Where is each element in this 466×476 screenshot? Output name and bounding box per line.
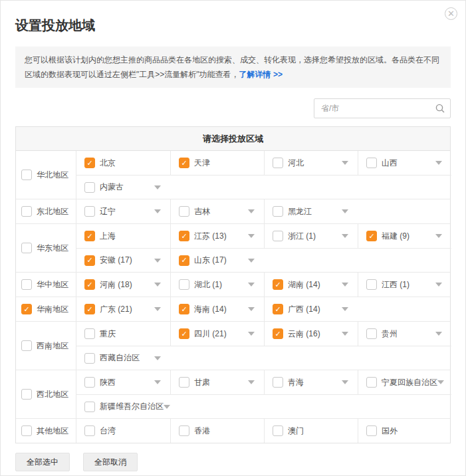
province-label: 台湾	[100, 425, 116, 437]
province-lines: 陕西甘肃青海宁夏回族自治区新疆维吾尔自治区	[76, 370, 451, 418]
province-cell: 贵州	[358, 322, 451, 346]
province-checkbox[interactable]	[84, 377, 95, 388]
province-checkbox[interactable]: ✓	[84, 158, 95, 168]
region-checkbox[interactable]	[21, 243, 32, 253]
province-checkbox[interactable]	[273, 206, 283, 217]
province-label: 湖北 (1)	[194, 279, 222, 291]
province-checkbox[interactable]: ✓	[179, 158, 189, 168]
province-checkbox[interactable]: ✓	[84, 279, 95, 290]
chevron-down-icon[interactable]	[248, 283, 255, 287]
chevron-down-icon[interactable]	[435, 332, 442, 336]
region-row: 西北地区陕西甘肃青海宁夏回族自治区新疆维吾尔自治区	[16, 370, 450, 419]
region-row: 华东地区✓上海✓江苏 (13)浙江 (1)✓福建 (9)✓安徽 (17)✓山东 …	[16, 224, 450, 273]
province-cell: 河北	[264, 151, 358, 175]
province-checkbox[interactable]	[179, 425, 189, 436]
chevron-down-icon[interactable]	[342, 209, 348, 213]
chevron-down-icon[interactable]	[154, 185, 161, 189]
province-cell: 澳门	[264, 419, 358, 443]
region-row: 华北地区✓北京✓天津河北山西内蒙古	[16, 151, 450, 199]
region-checkbox[interactable]	[21, 206, 32, 217]
learn-more-link[interactable]: 了解详情 >>	[239, 70, 283, 79]
province-label: 河南 (18)	[100, 279, 132, 291]
region-cell: 华中地区	[16, 273, 76, 297]
province-checkbox[interactable]	[366, 377, 377, 388]
select-all-button[interactable]: 全部选中	[15, 453, 70, 471]
search-icon[interactable]	[435, 104, 445, 113]
province-checkbox[interactable]	[366, 279, 377, 290]
chevron-down-icon[interactable]	[248, 380, 255, 384]
province-cell: ✓四川 (21)	[170, 322, 264, 346]
region-rows: 华北地区✓北京✓天津河北山西内蒙古东北地区辽宁吉林黑龙江华东地区✓上海✓江苏 (…	[16, 151, 450, 443]
province-checkbox[interactable]	[366, 328, 377, 339]
chevron-down-icon[interactable]	[248, 234, 255, 238]
chevron-down-icon[interactable]	[342, 380, 348, 384]
chevron-down-icon[interactable]	[154, 259, 161, 263]
province-checkbox[interactable]	[84, 402, 95, 412]
province-checkbox[interactable]	[84, 182, 95, 193]
chevron-down-icon[interactable]	[154, 356, 161, 360]
empty-cell	[264, 249, 451, 272]
province-checkbox[interactable]: ✓	[84, 255, 95, 266]
province-label: 内蒙古	[100, 181, 124, 193]
province-lines: 重庆✓四川 (21)✓云南 (16)贵州西藏自治区	[76, 322, 451, 370]
province-checkbox[interactable]: ✓	[366, 231, 377, 241]
chevron-down-icon[interactable]	[342, 234, 348, 238]
region-cell: 华北地区	[16, 151, 76, 199]
province-cell: ✓安徽 (17)	[76, 249, 170, 272]
region-checkbox[interactable]: ✓	[21, 304, 32, 314]
chevron-down-icon[interactable]	[435, 161, 442, 165]
province-checkbox[interactable]	[84, 206, 95, 217]
province-checkbox[interactable]: ✓	[273, 304, 283, 314]
province-checkbox[interactable]: ✓	[179, 231, 189, 241]
chevron-down-icon[interactable]	[342, 332, 348, 336]
province-checkbox[interactable]	[179, 206, 189, 217]
region-checkbox[interactable]	[21, 340, 32, 351]
province-checkbox[interactable]: ✓	[273, 328, 283, 339]
province-checkbox[interactable]	[179, 279, 189, 290]
province-checkbox[interactable]: ✓	[273, 279, 283, 290]
province-checkbox[interactable]	[366, 158, 377, 168]
province-checkbox[interactable]	[179, 377, 189, 388]
province-checkbox[interactable]	[273, 377, 283, 388]
chevron-down-icon[interactable]	[342, 307, 348, 311]
chevron-down-icon[interactable]	[437, 380, 444, 384]
region-checkbox[interactable]	[21, 170, 32, 180]
chevron-down-icon[interactable]	[248, 332, 255, 336]
province-checkbox[interactable]: ✓	[179, 255, 189, 266]
region-checkbox[interactable]	[21, 425, 32, 436]
chevron-down-icon[interactable]	[164, 405, 170, 409]
province-checkbox[interactable]: ✓	[179, 328, 189, 339]
close-icon[interactable]: ✕	[445, 7, 457, 20]
province-cell: ✓天津	[170, 151, 264, 175]
province-checkbox[interactable]	[273, 158, 283, 168]
province-checkbox[interactable]: ✓	[84, 304, 95, 314]
chevron-down-icon[interactable]	[342, 283, 348, 287]
chevron-down-icon[interactable]	[248, 209, 255, 213]
region-checkbox[interactable]	[21, 279, 32, 290]
chevron-down-icon[interactable]	[154, 209, 161, 213]
chevron-down-icon[interactable]	[435, 283, 442, 287]
chevron-down-icon[interactable]	[154, 380, 161, 384]
province-checkbox[interactable]	[84, 425, 95, 436]
chevron-down-icon[interactable]	[154, 307, 161, 311]
province-line: 台湾香港澳门国外	[76, 419, 451, 443]
chevron-down-icon[interactable]	[435, 234, 442, 238]
province-checkbox[interactable]: ✓	[179, 304, 189, 314]
chevron-down-icon[interactable]	[342, 161, 348, 165]
province-city-search-input[interactable]	[314, 98, 451, 118]
province-cell: 宁夏回族自治区	[358, 370, 451, 394]
province-cell: 浙江 (1)	[264, 224, 358, 248]
province-checkbox[interactable]	[273, 231, 283, 241]
region-row: 东北地区辽宁吉林黑龙江	[16, 199, 450, 224]
province-checkbox[interactable]	[84, 353, 95, 364]
deselect-all-button[interactable]: 全部取消	[83, 453, 138, 471]
chevron-down-icon[interactable]	[248, 259, 255, 263]
chevron-down-icon[interactable]	[154, 283, 161, 287]
province-checkbox[interactable]	[273, 425, 283, 436]
chevron-down-icon[interactable]	[248, 307, 255, 311]
province-checkbox[interactable]: ✓	[84, 231, 95, 241]
province-checkbox[interactable]	[84, 328, 95, 339]
region-checkbox[interactable]	[21, 389, 32, 400]
province-checkbox[interactable]	[366, 425, 377, 436]
region-cell: 西北地区	[16, 370, 76, 418]
